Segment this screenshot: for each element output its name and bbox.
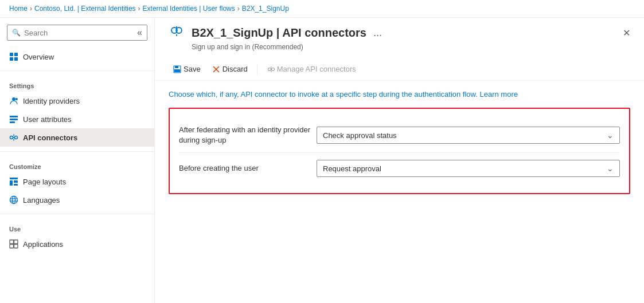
sidebar-item-user-attributes[interactable]: User attributes [0, 110, 154, 128]
connector-row-1: After federating with an identity provid… [179, 118, 620, 153]
use-section-label: Use [0, 219, 154, 235]
search-icon: 🔍 [12, 29, 21, 37]
overview-label: Overview [23, 53, 54, 61]
svg-rect-7 [10, 119, 18, 120]
svg-point-33 [271, 68, 274, 70]
connector-select-text-2: Request approval [323, 164, 607, 173]
page-area: B2X_1_SignUp | API connectors ... ✕ Sign… [155, 18, 644, 303]
collapse-button[interactable]: « [137, 27, 142, 38]
svg-rect-3 [14, 57, 18, 61]
connector-label-2: Before creating the user [179, 163, 317, 174]
connector-select-text-1: Check approval status [323, 131, 607, 140]
toolbar: Save Discard [155, 58, 644, 81]
applications-icon [9, 239, 18, 249]
save-icon [173, 65, 181, 73]
svg-rect-6 [10, 116, 18, 117]
svg-rect-2 [10, 57, 13, 61]
identity-providers-label: Identity providers [23, 97, 80, 105]
svg-point-9 [10, 136, 13, 139]
breadcrumb-user-flows[interactable]: External Identities | User flows [143, 5, 235, 13]
api-connectors-label: API connectors [23, 133, 77, 142]
page-header: B2X_1_SignUp | API connectors ... ✕ Sign… [155, 18, 644, 58]
applications-label: Applications [23, 240, 63, 249]
app-container: Home › Contoso, Ltd. | External Identiti… [0, 0, 644, 303]
svg-rect-15 [14, 184, 18, 186]
svg-rect-14 [14, 180, 18, 183]
info-text: Choose which, if any, API connector to i… [169, 90, 630, 99]
svg-point-5 [15, 98, 18, 100]
save-label: Save [184, 65, 201, 73]
page-layouts-label: Page layouts [23, 178, 66, 186]
sidebar-item-api-connectors[interactable]: API connectors [0, 128, 154, 147]
manage-icon [267, 65, 275, 73]
sidebar-item-overview[interactable]: Overview [0, 48, 154, 66]
breadcrumb-sep-1: › [30, 5, 32, 13]
api-connectors-icon [9, 133, 18, 142]
svg-rect-28 [175, 66, 178, 68]
svg-rect-8 [10, 121, 15, 123]
main-layout: 🔍 « Overview Settings [0, 18, 644, 303]
page-subtitle: Sign up and sign in (Recommended) [192, 43, 630, 51]
breadcrumb-sep-3: › [237, 5, 240, 13]
discard-button[interactable]: Discard [208, 62, 252, 76]
divider-2 [0, 151, 154, 152]
svg-point-4 [12, 97, 15, 101]
manage-connectors-button[interactable]: Manage API connectors [262, 62, 361, 76]
svg-point-16 [10, 196, 18, 204]
breadcrumb-b2x[interactable]: B2X_1_SignUp [242, 5, 289, 13]
info-text-content: Choose which, if any, API connector to i… [169, 90, 478, 99]
svg-rect-12 [10, 178, 18, 179]
breadcrumb-sep-2: › [138, 5, 140, 13]
overview-icon [9, 52, 18, 61]
svg-rect-29 [174, 69, 180, 72]
breadcrumb-home[interactable]: Home [9, 5, 28, 13]
connector-label-1: After federating with an identity provid… [179, 125, 317, 145]
discard-label: Discard [223, 65, 248, 73]
search-input[interactable] [24, 29, 134, 37]
learn-more-link[interactable]: Learn more [479, 90, 517, 99]
svg-point-17 [13, 196, 15, 204]
svg-rect-23 [14, 245, 18, 249]
user-attributes-icon [9, 115, 18, 124]
sidebar-item-identity-providers[interactable]: Identity providers [0, 92, 154, 110]
page-title-icon [169, 25, 185, 41]
breadcrumb: Home › Contoso, Ltd. | External Identiti… [0, 0, 644, 18]
sidebar: 🔍 « Overview Settings [0, 18, 155, 303]
chevron-down-icon-1: ⌄ [607, 131, 614, 140]
svg-rect-21 [14, 240, 18, 244]
svg-point-10 [15, 136, 18, 139]
divider-1 [0, 70, 154, 71]
svg-rect-0 [10, 53, 13, 56]
svg-rect-20 [10, 240, 14, 244]
connector-select-2[interactable]: Request approval ⌄ [317, 160, 620, 177]
sidebar-item-languages[interactable]: Languages [0, 191, 154, 209]
svg-rect-22 [10, 245, 14, 249]
user-attributes-label: User attributes [23, 115, 72, 124]
page-title-row: B2X_1_SignUp | API connectors ... ✕ [169, 25, 630, 41]
connector-select-1[interactable]: Check approval status ⌄ [317, 127, 620, 144]
close-button[interactable]: ✕ [623, 27, 630, 38]
languages-icon [9, 195, 18, 204]
languages-label: Languages [23, 196, 60, 204]
breadcrumb-contoso[interactable]: Contoso, Ltd. | External Identities [34, 5, 136, 13]
save-button[interactable]: Save [169, 62, 205, 76]
connector-row-2: Before creating the user Request approva… [179, 153, 620, 184]
page-title: B2X_1_SignUp | API connectors [192, 26, 366, 40]
identity-providers-icon [9, 96, 18, 105]
svg-rect-13 [10, 180, 13, 186]
sidebar-item-applications[interactable]: Applications [0, 235, 154, 253]
settings-section-label: Settings [0, 76, 154, 92]
discard-icon [212, 65, 220, 73]
page-layouts-icon [9, 177, 18, 186]
manage-label: Manage API connectors [277, 65, 356, 73]
more-button[interactable]: ... [373, 27, 382, 39]
customize-section-label: Customize [0, 156, 154, 172]
svg-rect-1 [14, 53, 18, 56]
search-box[interactable]: 🔍 « [7, 25, 147, 41]
selection-box: After federating with an identity provid… [169, 108, 630, 194]
chevron-down-icon-2: ⌄ [607, 164, 614, 173]
sidebar-item-page-layouts[interactable]: Page layouts [0, 172, 154, 191]
divider-3 [0, 214, 154, 214]
toolbar-separator [257, 64, 257, 75]
svg-point-32 [268, 68, 271, 70]
